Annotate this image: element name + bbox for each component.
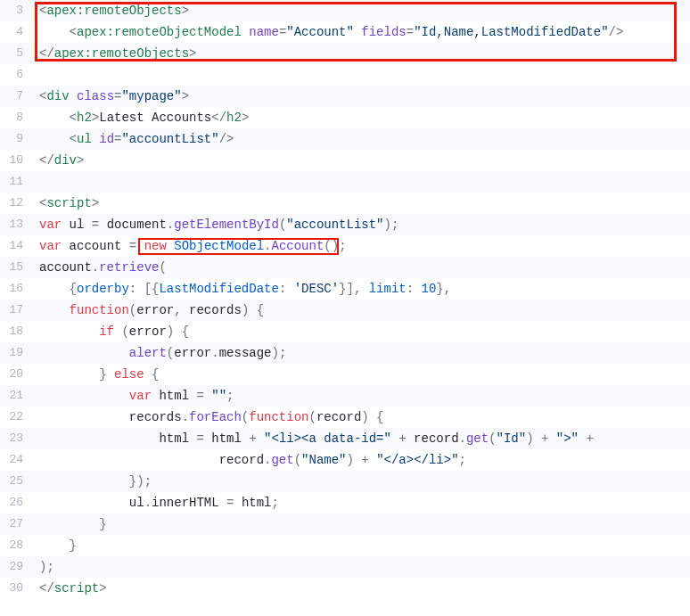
code-content: } <box>32 535 690 556</box>
line-number: 6 <box>0 64 32 86</box>
line-number: 15 <box>0 257 32 278</box>
code-line: 10</div> <box>0 150 690 171</box>
code-line: 17 function(error, records) { <box>0 300 690 321</box>
line-number: 24 <box>0 449 32 471</box>
code-content: <apex:remoteObjectModel name="Account" f… <box>32 21 690 43</box>
code-content: <apex:remoteObjects> <box>32 0 690 21</box>
line-number: 29 <box>0 556 32 578</box>
code-line: 4 <apex:remoteObjectModel name="Account"… <box>0 21 690 43</box>
line-number: 27 <box>0 513 32 535</box>
code-line: 28 } <box>0 535 690 556</box>
code-content: var html = ""; <box>32 385 690 407</box>
code-content: </script> <box>32 578 690 599</box>
code-line: 13var ul = document.getElementById("acco… <box>0 214 690 235</box>
code-content: <div class="mypage"> <box>32 86 690 107</box>
line-number: 9 <box>0 128 32 150</box>
line-number: 5 <box>0 43 32 64</box>
code-line: 11 <box>0 171 690 193</box>
code-content: account.retrieve( <box>32 257 690 278</box>
code-line: 22 records.forEach(function(record) { <box>0 407 690 428</box>
code-content: </apex:remoteObjects> <box>32 43 690 64</box>
line-number: 21 <box>0 385 32 407</box>
line-number: 20 <box>0 364 32 385</box>
code-editor: 3<apex:remoteObjects>4 <apex:remoteObjec… <box>0 0 690 599</box>
code-line: 25 }); <box>0 471 690 492</box>
code-line: 12<script> <box>0 193 690 214</box>
line-number: 4 <box>0 21 32 43</box>
line-number: 23 <box>0 428 32 449</box>
line-number: 19 <box>0 342 32 364</box>
line-number: 11 <box>0 171 32 193</box>
code-content: record.get("Name") + "</a></li>"; <box>32 449 690 471</box>
code-content: ul.innerHTML = html; <box>32 492 690 513</box>
code-content: if (error) { <box>32 321 690 342</box>
code-content: html = html + "<li><a data-id=" + record… <box>32 428 690 449</box>
code-content: alert(error.message); <box>32 342 690 364</box>
line-number: 12 <box>0 193 32 214</box>
line-number: 7 <box>0 86 32 107</box>
line-number: 13 <box>0 214 32 235</box>
line-number: 16 <box>0 278 32 300</box>
code-content: function(error, records) { <box>32 300 690 321</box>
line-number: 18 <box>0 321 32 342</box>
code-content: var account = new SObjectModel.Account()… <box>32 235 690 257</box>
code-line: 16 {orderby: [{LastModifiedDate: 'DESC'}… <box>0 278 690 300</box>
code-line: 26 ul.innerHTML = html; <box>0 492 690 513</box>
code-line: 9 <ul id="accountList"/> <box>0 128 690 150</box>
line-number: 14 <box>0 235 32 257</box>
line-number: 3 <box>0 0 32 21</box>
line-number: 25 <box>0 471 32 492</box>
code-content: </div> <box>32 150 690 171</box>
code-line: 30</script> <box>0 578 690 599</box>
code-content: records.forEach(function(record) { <box>32 407 690 428</box>
code-content: ); <box>32 556 690 578</box>
code-content: <script> <box>32 193 690 214</box>
code-line: 3<apex:remoteObjects> <box>0 0 690 21</box>
code-line: 21 var html = ""; <box>0 385 690 407</box>
line-number: 26 <box>0 492 32 513</box>
line-number: 28 <box>0 535 32 556</box>
code-line: 6 <box>0 64 690 86</box>
line-number: 10 <box>0 150 32 171</box>
code-content: var ul = document.getElementById("accoun… <box>32 214 690 235</box>
code-line: 5</apex:remoteObjects> <box>0 43 690 64</box>
code-content: <h2>Latest Accounts</h2> <box>32 107 690 128</box>
code-line: 19 alert(error.message); <box>0 342 690 364</box>
line-number: 30 <box>0 578 32 599</box>
line-number: 17 <box>0 300 32 321</box>
code-content: <ul id="accountList"/> <box>32 128 690 150</box>
code-line: 20 } else { <box>0 364 690 385</box>
code-content: } <box>32 513 690 535</box>
code-line: 18 if (error) { <box>0 321 690 342</box>
code-content: }); <box>32 471 690 492</box>
code-line: 15account.retrieve( <box>0 257 690 278</box>
code-line: 24 record.get("Name") + "</a></li>"; <box>0 449 690 471</box>
line-number: 8 <box>0 107 32 128</box>
code-content: {orderby: [{LastModifiedDate: 'DESC'}], … <box>32 278 690 300</box>
line-number: 22 <box>0 407 32 428</box>
code-line: 23 html = html + "<li><a data-id=" + rec… <box>0 428 690 449</box>
code-content: } else { <box>32 364 690 385</box>
code-line: 29); <box>0 556 690 578</box>
code-line: 8 <h2>Latest Accounts</h2> <box>0 107 690 128</box>
code-line: 7<div class="mypage"> <box>0 86 690 107</box>
code-line: 14var account = new SObjectModel.Account… <box>0 235 690 257</box>
code-line: 27 } <box>0 513 690 535</box>
